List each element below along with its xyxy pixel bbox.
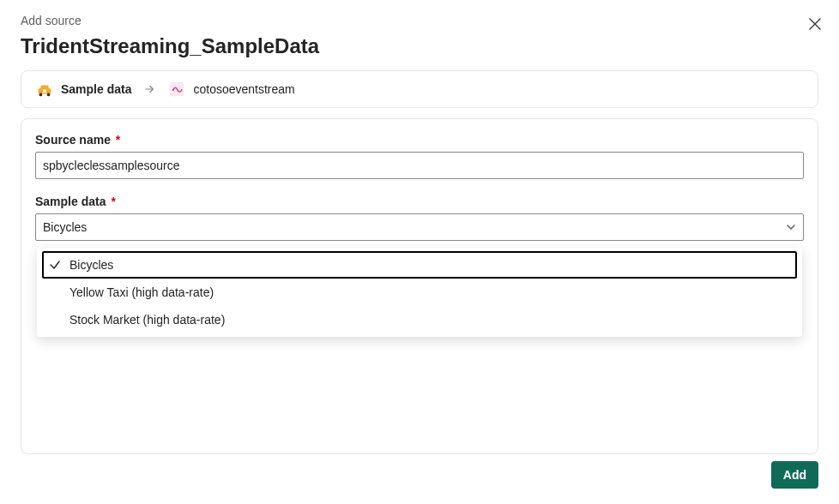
add-source-panel: Add source TridentStreaming_SampleData S…	[0, 0, 839, 504]
svg-rect-2	[43, 89, 46, 93]
sample-data-label: Sample data *	[35, 195, 804, 208]
dropdown-option-yellow-taxi[interactable]: Yellow Taxi (high data-rate)	[37, 279, 802, 306]
sample-data-selected-value: Bicycles	[43, 220, 87, 234]
breadcrumb-destination-label: cotosoeventstream	[193, 82, 294, 96]
svg-point-4	[47, 93, 51, 97]
breadcrumb-source-label: Sample data	[61, 82, 131, 96]
svg-point-6	[172, 89, 174, 91]
breadcrumb-destination: cotosoeventstream	[167, 80, 294, 99]
eventstream-icon	[167, 80, 186, 99]
required-asterisk: *	[111, 195, 115, 208]
form-card: Source name * Sample data * Bicycles Bic…	[21, 118, 818, 454]
sample-data-dropdown: Bicycles Yellow Taxi (high data-rate) St…	[37, 248, 802, 337]
breadcrumb: Sample data cotosoeventstream	[21, 70, 818, 108]
dropdown-option-stock-market[interactable]: Stock Market (high data-rate)	[37, 306, 802, 333]
source-name-input[interactable]	[35, 152, 804, 179]
breadcrumb-source: Sample data	[35, 80, 131, 99]
chevron-down-icon	[786, 222, 796, 232]
source-name-label: Source name *	[35, 133, 804, 147]
required-asterisk: *	[116, 133, 120, 147]
panel-subtitle: Add source	[21, 14, 818, 27]
close-icon	[808, 17, 822, 31]
sample-data-icon	[35, 80, 54, 99]
footer: Add	[771, 461, 818, 489]
dropdown-option-bicycles[interactable]: Bicycles	[42, 251, 797, 279]
check-icon	[49, 259, 69, 271]
add-button[interactable]: Add	[771, 461, 818, 489]
svg-rect-1	[40, 85, 48, 89]
sample-data-select[interactable]: Bicycles	[35, 213, 804, 241]
panel-title: TridentStreaming_SampleData	[21, 34, 818, 58]
arrow-right-icon	[143, 83, 155, 95]
svg-point-3	[39, 93, 43, 97]
close-button[interactable]	[808, 17, 824, 33]
